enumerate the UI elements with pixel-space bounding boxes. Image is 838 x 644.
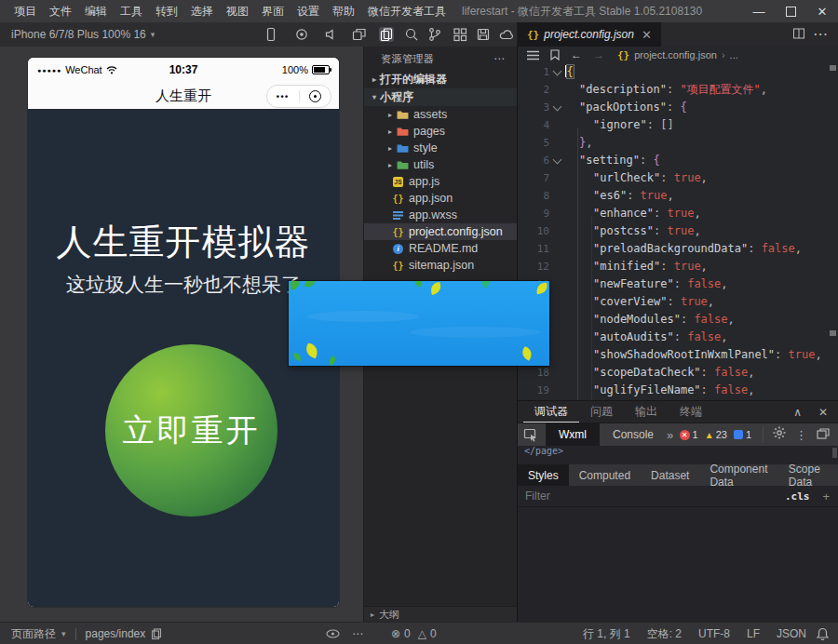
statusbar-item[interactable]: 空格: 2 xyxy=(647,626,682,642)
inspect-element-icon[interactable] xyxy=(523,428,538,442)
code-line-5[interactable]: 5}, xyxy=(518,134,838,152)
code-line-4[interactable]: 4"ignore": [] xyxy=(518,116,838,134)
code-line-15[interactable]: 15"nodeModules": false, xyxy=(518,311,838,329)
pages-copy-icon[interactable] xyxy=(379,27,394,42)
save-icon[interactable] xyxy=(476,27,491,42)
bookmark-icon[interactable] xyxy=(550,49,560,60)
code-line-14[interactable]: 14"coverView": true, xyxy=(518,293,838,311)
code-line-11[interactable]: 11"preloadBackgroundData": false, xyxy=(518,240,838,258)
code-line-13[interactable]: 13"newFeature": false, xyxy=(518,275,838,293)
tab-close-icon[interactable]: ✕ xyxy=(642,28,652,42)
menu-item[interactable]: 文件 xyxy=(43,4,78,20)
code-line-1[interactable]: 1{ xyxy=(518,63,838,81)
windows-cascade-icon[interactable] xyxy=(352,27,367,42)
debugger-tab-2[interactable]: 问题 xyxy=(579,401,624,423)
maximize-button[interactable] xyxy=(775,0,806,22)
element-tag[interactable]: </page> xyxy=(524,446,563,456)
close-button[interactable]: ✕ xyxy=(806,0,838,22)
tab-console[interactable]: Console xyxy=(600,428,667,441)
code-line-9[interactable]: 9"enhance": true, xyxy=(518,205,838,222)
cloud-icon[interactable] xyxy=(499,27,514,42)
explorer-section-打开的编辑器[interactable]: ▸打开的编辑器 xyxy=(364,71,518,88)
compile-icon[interactable] xyxy=(294,27,309,42)
debugger-tab-1[interactable]: 调试器 xyxy=(523,401,579,423)
outline-list-icon[interactable] xyxy=(527,50,539,60)
close-panel-icon[interactable]: ✕ xyxy=(818,406,828,419)
kebab-menu-icon[interactable]: ⋮ xyxy=(795,428,807,442)
outline-section[interactable]: ▸ 大纲 xyxy=(364,606,518,622)
menu-item[interactable]: 界面 xyxy=(255,4,291,20)
grid-icon[interactable] xyxy=(453,27,467,42)
inspector-tab-1[interactable]: Styles xyxy=(518,464,569,486)
code-line-12[interactable]: 12"minified": true, xyxy=(518,258,838,275)
explorer-section-小程序[interactable]: ▾小程序 xyxy=(364,88,518,106)
split-editor-icon[interactable] xyxy=(792,27,805,44)
phone-icon[interactable] xyxy=(264,27,278,42)
menu-item[interactable]: 编辑 xyxy=(78,4,114,20)
file-item-README.md[interactable]: iREADME.md xyxy=(364,240,518,257)
toggle-class-button[interactable]: .cls xyxy=(785,490,810,503)
search-icon[interactable] xyxy=(404,27,419,42)
breadcrumb-file[interactable]: project.config.json xyxy=(634,49,717,60)
mute-icon[interactable] xyxy=(323,27,338,42)
collapse-panel-icon[interactable]: ∧ xyxy=(793,406,802,419)
settings-gear-icon[interactable] xyxy=(773,426,786,443)
scrollbar[interactable] xyxy=(832,448,837,458)
code-line-7[interactable]: 7"urlCheck": true, xyxy=(518,169,838,187)
close-miniapp-icon[interactable] xyxy=(300,90,331,102)
more-menu-icon[interactable]: ••• xyxy=(267,92,299,101)
problem-counts[interactable]: ⊗ 0 △ 0 xyxy=(391,627,437,640)
menu-item[interactable]: 帮助 xyxy=(326,4,361,20)
statusbar-more-icon[interactable]: ⋯ xyxy=(352,627,363,640)
statusbar-item[interactable]: 行 1, 列 1 xyxy=(583,626,630,642)
explorer-more-icon[interactable]: ⋯ xyxy=(493,52,505,65)
eye-icon[interactable] xyxy=(326,629,340,638)
notifications-bell-icon[interactable] xyxy=(817,627,829,640)
filter-input[interactable]: Filter xyxy=(525,490,785,503)
menu-item[interactable]: 选择 xyxy=(184,4,220,20)
menu-item[interactable]: 转到 xyxy=(149,4,184,20)
statusbar-item[interactable]: UTF-8 xyxy=(698,627,730,640)
menu-item[interactable]: 工具 xyxy=(114,4,149,20)
forward-icon[interactable]: → xyxy=(593,48,604,61)
file-item-app.json[interactable]: {}app.json xyxy=(364,190,518,207)
tab-project-config-json[interactable]: {} project.config.json ✕ xyxy=(518,22,661,47)
breadcrumb-more[interactable]: ... xyxy=(730,49,738,60)
inspector-tab-3[interactable]: Dataset xyxy=(641,464,699,486)
back-icon[interactable]: ← xyxy=(571,48,582,61)
code-area[interactable]: 1{2"description": "项目配置文件",3"packOptions… xyxy=(518,63,838,399)
file-item-app.wxss[interactable]: app.wxss xyxy=(364,207,518,223)
add-style-icon[interactable]: + xyxy=(822,490,830,503)
code-line-10[interactable]: 10"postcss": true, xyxy=(518,222,838,240)
inspector-tab-5[interactable]: Scope Data xyxy=(778,464,838,486)
fold-icon[interactable] xyxy=(549,152,565,169)
debugger-tab-3[interactable]: 输出 xyxy=(624,401,669,423)
inspector-tab-4[interactable]: Component Data xyxy=(699,464,777,486)
file-item-app.js[interactable]: JSapp.js xyxy=(364,173,518,190)
code-line-2[interactable]: 2"description": "项目配置文件", xyxy=(518,81,838,99)
menu-item[interactable]: 设置 xyxy=(291,4,326,20)
file-item-sitemap.json[interactable]: {}sitemap.json xyxy=(364,257,518,274)
file-item-pages[interactable]: ▸pages xyxy=(364,123,518,140)
page-path-value[interactable]: pages/index xyxy=(86,627,146,640)
file-item-style[interactable]: ▸style xyxy=(364,140,518,156)
tab-wxml[interactable]: Wxml xyxy=(546,423,600,446)
code-line-19[interactable]: 19"uglifyFileName": false, xyxy=(518,382,838,399)
code-line-17[interactable]: 17"showShadowRootInWxmlPanel": true, xyxy=(518,346,838,364)
warning-badge[interactable]: ▲23 xyxy=(705,429,727,440)
code-line-3[interactable]: 3"packOptions": { xyxy=(518,99,838,116)
code-line-16[interactable]: 16"autoAudits": false, xyxy=(518,329,838,346)
file-item-utils[interactable]: ▸utils xyxy=(364,156,518,173)
more-actions-icon[interactable]: ⋯ xyxy=(813,25,828,43)
more-tabs-icon[interactable]: » xyxy=(667,428,673,442)
menu-item[interactable]: 项目 xyxy=(7,4,43,20)
info-badge[interactable]: 1 xyxy=(734,429,751,440)
capsule-menu[interactable]: ••• xyxy=(266,85,331,108)
debugger-tab-4[interactable]: 终端 xyxy=(669,401,713,423)
error-badge[interactable]: ✕1 xyxy=(680,429,698,440)
file-item-assets[interactable]: ▸assets xyxy=(364,106,518,123)
code-line-8[interactable]: 8"es6": true, xyxy=(518,187,838,205)
popout-icon[interactable] xyxy=(817,426,830,443)
device-selector[interactable]: iPhone 6/7/8 Plus 100% 16 ▾ xyxy=(11,22,155,47)
code-line-6[interactable]: 6"setting": { xyxy=(518,152,838,169)
